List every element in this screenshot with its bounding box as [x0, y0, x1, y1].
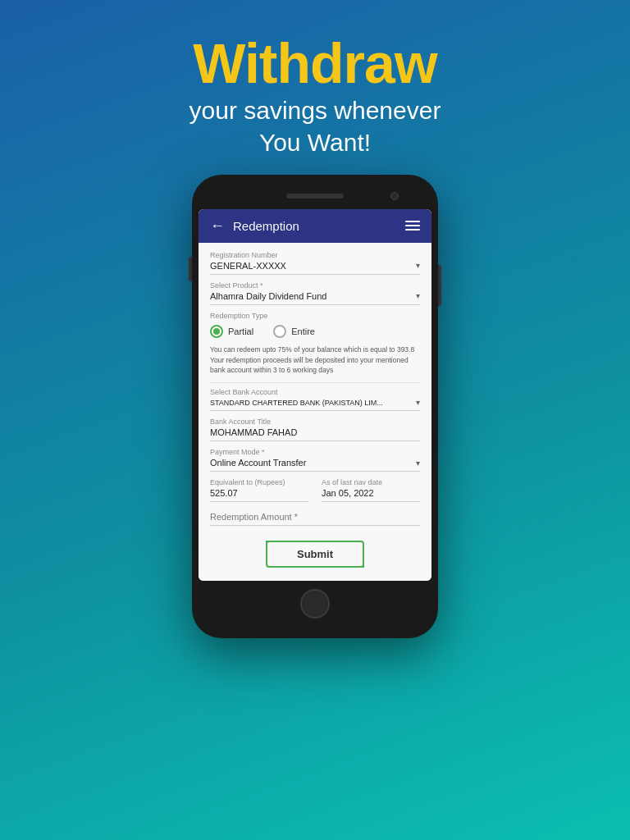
equivalent-value: 525.07 — [210, 488, 238, 498]
equivalent-nav-row: Equivalent to (Rupees) 525.07 As of last… — [210, 478, 420, 502]
phone-top-bar — [199, 186, 431, 206]
headline-section: Withdraw your savings whenever You Want! — [189, 0, 441, 175]
app-header: ← Redemption — [199, 209, 431, 243]
registration-number-value: GENERAL-XXXXX — [210, 261, 286, 271]
nav-date-value: Jan 05, 2022 — [322, 488, 374, 498]
payment-mode-dropdown-arrow: ▾ — [416, 459, 420, 468]
radio-entire-label: Entire — [291, 326, 315, 336]
bank-account-title-value-wrapper: MOHAMMAD FAHAD — [210, 427, 420, 441]
hamburger-menu-icon[interactable] — [405, 221, 420, 231]
select-bank-account-label: Select Bank Account — [210, 388, 420, 396]
payment-mode-group: Payment Mode * Online Account Transfer ▾ — [210, 448, 420, 472]
select-product-dropdown-arrow: ▾ — [416, 291, 420, 300]
form-content: Registration Number GENERAL-XXXXX ▾ Sele… — [199, 243, 431, 581]
select-bank-account-group: Select Bank Account STANDARD CHARTERED B… — [210, 388, 420, 411]
radio-group: Partial Entire — [210, 325, 420, 338]
home-button[interactable] — [300, 589, 330, 619]
equivalent-col: Equivalent to (Rupees) 525.07 — [210, 478, 308, 502]
redemption-type-section: Redemption Type Partial Entire — [210, 312, 420, 338]
registration-number-label: Registration Number — [210, 251, 420, 259]
payment-mode-select[interactable]: Online Account Transfer ▾ — [210, 458, 420, 472]
nav-date-label: As of last nav date — [322, 478, 420, 486]
payment-mode-label: Payment Mode * — [210, 448, 420, 456]
select-product-group: Select Product * Alhamra Daily Dividend … — [210, 281, 420, 305]
equivalent-label: Equivalent to (Rupees) — [210, 478, 308, 486]
bank-account-title-group: Bank Account Title MOHAMMAD FAHAD — [210, 418, 420, 441]
phone-side-button-left — [189, 257, 192, 281]
headline-subtitle: your savings whenever You Want! — [189, 94, 441, 158]
registration-number-select[interactable]: GENERAL-XXXXX ▾ — [210, 261, 420, 275]
redemption-amount-input[interactable] — [210, 512, 420, 526]
radio-entire[interactable]: Entire — [273, 325, 315, 338]
payment-mode-value: Online Account Transfer — [210, 458, 306, 468]
bank-account-title-label: Bank Account Title — [210, 418, 420, 426]
radio-partial-circle — [210, 325, 223, 338]
phone-bottom — [199, 581, 431, 622]
phone-speaker — [286, 194, 344, 199]
headline-withdraw: Withdraw — [189, 33, 441, 94]
registration-number-group: Registration Number GENERAL-XXXXX ▾ — [210, 251, 420, 275]
select-bank-account-select[interactable]: STANDARD CHARTERED BANK (PAKISTAN) LIM..… — [210, 398, 420, 411]
bank-account-title-value: MOHAMMAD FAHAD — [210, 427, 297, 437]
select-product-select[interactable]: Alhamra Daily Dividend Fund ▾ — [210, 291, 420, 305]
nav-date-value-wrapper: Jan 05, 2022 — [322, 488, 420, 502]
equivalent-value-wrapper: 525.07 — [210, 488, 308, 502]
registration-number-dropdown-arrow: ▾ — [416, 261, 420, 270]
info-text: You can redeem upto 75% of your balance … — [210, 345, 420, 376]
app-header-title: Redemption — [233, 219, 397, 233]
back-button[interactable]: ← — [210, 217, 225, 235]
phone-side-button-right — [438, 265, 441, 306]
submit-btn-wrapper: Submit — [210, 532, 420, 573]
select-product-value: Alhamra Daily Dividend Fund — [210, 291, 326, 301]
select-product-label: Select Product * — [210, 281, 420, 290]
nav-date-col: As of last nav date Jan 05, 2022 — [322, 478, 420, 502]
radio-partial[interactable]: Partial — [210, 325, 253, 338]
divider-1 — [210, 382, 420, 383]
redemption-type-label: Redemption Type — [210, 312, 420, 320]
select-bank-account-dropdown-arrow: ▾ — [416, 398, 420, 407]
phone-screen: ← Redemption Registration Number GENERAL… — [199, 209, 431, 581]
phone-shell: ← Redemption Registration Number GENERAL… — [192, 175, 438, 638]
redemption-amount-group — [210, 509, 420, 526]
radio-partial-label: Partial — [228, 326, 253, 336]
select-bank-account-value: STANDARD CHARTERED BANK (PAKISTAN) LIM..… — [210, 399, 383, 407]
submit-button[interactable]: Submit — [266, 541, 364, 568]
phone-camera — [390, 192, 399, 200]
radio-entire-circle — [273, 325, 286, 338]
